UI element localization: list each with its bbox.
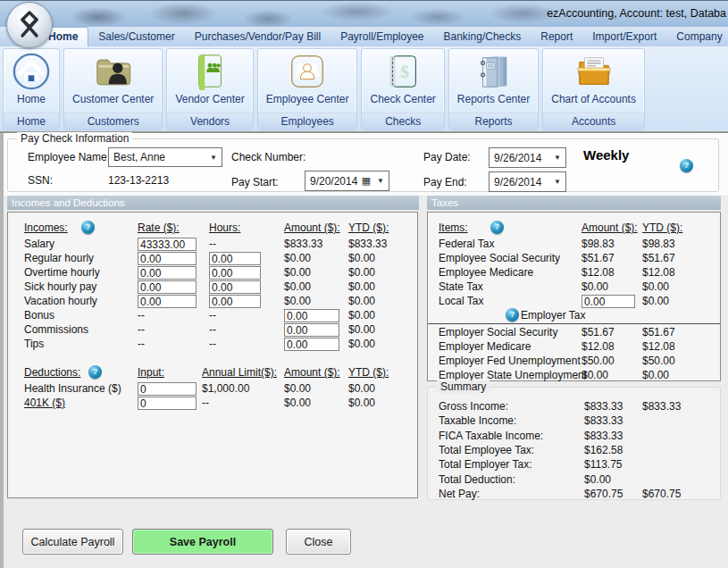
income-label: Tips	[24, 338, 44, 350]
menu-tab-company[interactable]: Company	[666, 28, 728, 46]
rate-cell[interactable]	[138, 295, 197, 308]
chevron-down-icon: ▼	[377, 177, 389, 185]
tax-ytd-cell: $98.83	[642, 238, 675, 250]
pay-date-value: 9/26/2014	[494, 152, 541, 164]
ribbon-group-caption: Reports	[449, 113, 538, 129]
pay-date-select[interactable]: 9/26/2014 ▼	[489, 147, 566, 168]
menu-tab-purchases-vendor-pay-bill[interactable]: Purchases/Vendor/Pay Bill	[185, 28, 331, 46]
tax-amount-cell: $0.00	[582, 280, 608, 293]
ytd-cell: $0.00	[348, 338, 375, 350]
summary-row: Gross Income:$833.33$833.33	[428, 400, 720, 415]
income-row: Tips----$0.00	[8, 338, 417, 353]
checkbook-icon: $	[383, 52, 423, 91]
employee-name-select[interactable]: Best, Anne ▼	[108, 147, 222, 167]
menu-tab-import-export[interactable]: Import/Export	[582, 28, 666, 46]
tax-row: Employee Social Security$51.67$51.67	[428, 252, 720, 267]
tax-label: Employer State Unemployment	[439, 369, 587, 381]
annual-limit-cell: $1,000.00	[202, 382, 249, 395]
tax-row: State Tax$0.00$0.00	[428, 280, 720, 296]
save-payroll-button[interactable]: Save Payroll	[132, 529, 273, 555]
summary-row: Total Deduction:$0.00	[428, 473, 720, 489]
app-logo-orb[interactable]	[6, 2, 53, 48]
amount-cell: $833.33	[284, 238, 322, 250]
income-label: Sick hourly pay	[24, 280, 96, 293]
summary-label: FICA Taxable Income:	[439, 430, 543, 442]
ribbon-group-caption: Accounts	[543, 113, 644, 129]
customer-center-button[interactable]: Customer Center	[64, 49, 162, 113]
amount-cell: $0.00	[284, 397, 311, 409]
taxes-section-header: Taxes	[427, 196, 721, 210]
tax-ytd-cell: $50.00	[642, 355, 675, 367]
tax-amount-cell: $51.67	[582, 326, 615, 338]
summary-row: Taxable Income:$833.33	[428, 414, 720, 430]
deduction-label: 401K ($)	[24, 397, 65, 409]
employee-center-button[interactable]: Employee Center	[258, 49, 357, 113]
hours-cell[interactable]	[209, 280, 261, 294]
deduction-input-cell[interactable]	[138, 382, 197, 396]
summary-amount: $833.33	[584, 400, 623, 413]
home-button[interactable]: Home	[4, 49, 59, 113]
chevron-down-icon: ▼	[554, 178, 565, 186]
calculate-payroll-button[interactable]: Calculate Payroll	[22, 529, 123, 555]
help-icon[interactable]: ?	[490, 221, 504, 234]
hours-cell[interactable]	[209, 295, 261, 308]
rate-cell[interactable]	[138, 280, 197, 294]
ribbon-group-accounts: Chart of AccountsAccounts	[542, 48, 645, 130]
menu-tab-banking-checks[interactable]: Banking/Checks	[434, 28, 531, 46]
menu-tab-sales-customer[interactable]: Sales/Customer	[88, 28, 184, 46]
rate-cell[interactable]	[138, 252, 197, 265]
hours-cell[interactable]	[209, 266, 261, 280]
hours-cell: --	[209, 323, 216, 336]
tax-ytd-cell: $0.00	[642, 280, 669, 293]
rate-cell[interactable]	[138, 266, 197, 280]
tax-amount-cell: $50.00	[582, 355, 615, 367]
customer-folder-icon	[94, 52, 133, 91]
help-icon[interactable]: ?	[88, 365, 102, 379]
help-icon[interactable]: ?	[506, 308, 519, 322]
ytd-col-header: YTD ($):	[642, 221, 682, 234]
pay-start-datepicker[interactable]: 9/20/2014 ▦ ▼	[305, 171, 389, 191]
amount-cell[interactable]	[284, 338, 339, 351]
pay-date-label: Pay Date:	[423, 151, 471, 163]
summary-ytd: $833.33	[642, 400, 681, 413]
reports-center-button[interactable]: Reports Center	[449, 49, 538, 113]
help-icon[interactable]: ?	[81, 221, 95, 234]
amount-cell[interactable]	[284, 323, 339, 337]
tax-amount-cell[interactable]	[582, 295, 635, 308]
summary-legend: Summary	[437, 380, 490, 393]
income-row: Bonus----$0.00	[8, 309, 417, 324]
summary-label: Taxable Income:	[439, 414, 516, 427]
check-center-button[interactable]: $ Check Center	[362, 49, 443, 113]
calendar-icon: ▦	[362, 175, 375, 187]
ribbon-button-label: Customer Center	[72, 93, 154, 105]
deduction-input-cell[interactable]	[138, 397, 197, 410]
summary-amount: $113.75	[584, 458, 623, 471]
close-button[interactable]: Close	[286, 529, 351, 555]
menu-tab-payroll-employee[interactable]: Payroll/Employee	[331, 28, 433, 46]
rate-cell[interactable]	[138, 238, 197, 251]
vendor-center-button[interactable]: Vendor Center	[167, 49, 252, 113]
deduction-row: Health Insurance ($)$1,000.00$0.00$0.00	[8, 382, 417, 397]
help-icon[interactable]: ?	[680, 159, 693, 172]
deduction-header-row: Deductions:Input:Annual Limit($):Amount …	[8, 366, 417, 381]
menu-tab-report[interactable]: Report	[531, 28, 582, 46]
amount-cell[interactable]	[284, 309, 339, 322]
pay-end-select[interactable]: 9/26/2014 ▼	[489, 171, 566, 192]
summary-label: Total Employee Tax:	[439, 444, 534, 456]
ribbon-button-label: Employee Center	[266, 93, 349, 105]
pay-start-label: Pay Start:	[231, 176, 279, 188]
hours-cell[interactable]	[209, 252, 261, 265]
ribbon-group-reports: Reports CenterReports	[448, 48, 539, 130]
chart-of-accounts-button[interactable]: Chart of Accounts	[543, 49, 644, 113]
income-row: Vacation hourly$0.00$0.00	[8, 295, 417, 310]
deduction-label: Health Insurance ($)	[24, 382, 121, 395]
ytd-cell: $0.00	[348, 295, 375, 307]
tax-ytd-cell: $12.08	[642, 340, 675, 353]
ytd-cell: $0.00	[348, 323, 375, 336]
summary-amount: $833.33	[584, 430, 623, 442]
ribbon-button-label: Home	[17, 93, 46, 105]
income-row: Overtime hourly$0.00$0.00	[8, 266, 417, 281]
tax-label: Federal Tax	[439, 238, 494, 250]
ribbon-button-label: Vendor Center	[175, 93, 244, 105]
summary-row: Total Employer Tax:$113.75	[428, 458, 720, 473]
